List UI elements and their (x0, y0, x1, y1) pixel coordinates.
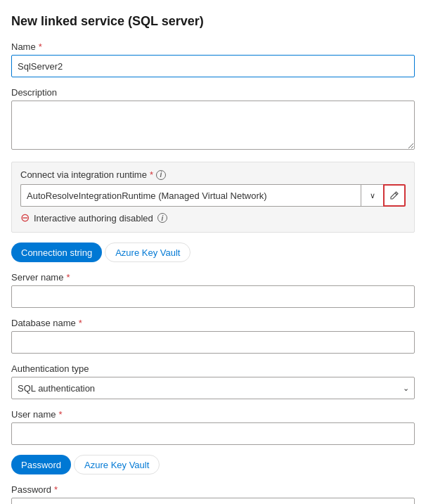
integration-runtime-label: Connect via integration runtime * i (20, 169, 406, 180)
description-input[interactable] (11, 101, 415, 150)
server-name-required: * (66, 272, 70, 283)
connection-string-tab[interactable]: Connection string (11, 243, 102, 262)
server-name-field-group: Server name * (11, 272, 415, 308)
username-required: * (59, 409, 63, 420)
password-tab[interactable]: Password (11, 455, 71, 474)
password-tab-row: Password Azure Key Vault (11, 455, 415, 474)
name-field-group: Name * (11, 41, 415, 77)
auth-type-select-wrapper: SQL authentication Windows authenticatio… (11, 377, 415, 399)
password-field-group: Password * (11, 484, 415, 504)
server-name-label: Server name * (11, 272, 415, 283)
password-required: * (54, 484, 58, 495)
username-input[interactable] (11, 422, 415, 445)
database-name-required: * (79, 318, 82, 328)
pencil-icon (389, 190, 399, 200)
password-azure-key-vault-tab[interactable]: Azure Key Vault (74, 455, 160, 474)
no-circle-icon: ⊖ (20, 212, 30, 224)
runtime-input[interactable] (20, 184, 361, 207)
integration-runtime-section: Connect via integration runtime * i ∨ ⊖ … (11, 162, 415, 233)
description-label: Description (11, 87, 415, 98)
database-name-label: Database name * (11, 318, 415, 328)
username-label: User name * (11, 409, 415, 420)
runtime-edit-button[interactable] (383, 184, 406, 207)
auth-type-select[interactable]: SQL authentication Windows authenticatio… (11, 377, 415, 399)
database-name-field-group: Database name * (11, 318, 415, 354)
interactive-authoring-info-icon[interactable]: i (157, 213, 167, 223)
interactive-authoring-row: ⊖ Interactive authoring disabled i (20, 212, 406, 224)
connection-tab-row: Connection string Azure Key Vault (11, 243, 415, 262)
interactive-authoring-text: Interactive authoring disabled (34, 213, 153, 224)
description-field-group: Description (11, 87, 415, 152)
runtime-input-row: ∨ (20, 184, 406, 207)
auth-type-label: Authentication type (11, 363, 415, 374)
name-label: Name * (11, 41, 415, 52)
name-input[interactable] (11, 55, 415, 77)
server-name-input[interactable] (11, 285, 415, 308)
integration-runtime-info-icon[interactable]: i (156, 170, 166, 180)
database-name-input[interactable] (11, 331, 415, 354)
integration-runtime-required: * (150, 169, 153, 180)
chevron-down-icon: ∨ (370, 191, 375, 200)
runtime-chevron-button[interactable]: ∨ (361, 184, 383, 207)
username-field-group: User name * (11, 409, 415, 445)
page-title: New linked service (SQL server) (11, 14, 415, 29)
password-label: Password * (11, 484, 415, 495)
auth-type-field-group: Authentication type SQL authentication W… (11, 363, 415, 399)
password-input[interactable] (11, 498, 415, 504)
azure-key-vault-tab[interactable]: Azure Key Vault (105, 243, 191, 262)
name-required: * (39, 41, 42, 52)
